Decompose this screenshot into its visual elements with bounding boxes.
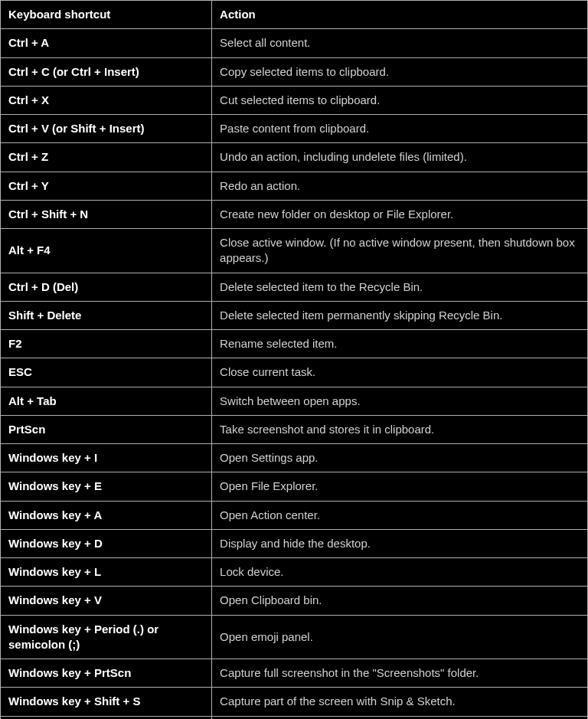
table-row: Ctrl + C (or Ctrl + Insert)Copy selected… <box>1 57 588 86</box>
action-cell: Take screenshot and stores it in clipboa… <box>212 415 588 443</box>
shortcut-cell: Ctrl + V (or Shift + Insert) <box>1 115 212 143</box>
table-row: PrtScnTake screenshot and stores it in c… <box>1 415 588 443</box>
shortcut-cell: Alt + F4 <box>1 229 212 273</box>
table-row: Ctrl + YRedo an action. <box>1 172 588 200</box>
table-row: Windows key + DDisplay and hide the desk… <box>1 529 588 557</box>
action-cell: Delete selected item to the Recycle Bin. <box>212 273 588 301</box>
shortcut-cell: Windows key + Period (.) or semicolon (;… <box>1 615 212 659</box>
table-row: F2Rename selected item. <box>1 330 588 358</box>
table-row: Ctrl + D (Del)Delete selected item to th… <box>1 273 588 301</box>
table-row: Windows key + AOpen Action center. <box>1 501 588 529</box>
action-cell: Close current task. <box>212 358 588 387</box>
action-cell: Cut selected items to clipboard. <box>212 86 588 114</box>
table-row: Shift + DeleteDelete selected item perma… <box>1 301 588 329</box>
shortcut-cell: Ctrl + A <box>1 29 212 57</box>
action-cell: Delete selected item permanently skippin… <box>212 301 588 329</box>
action-cell: Select all content. <box>212 29 588 57</box>
shortcut-cell: Windows key + A <box>1 501 212 529</box>
shortcut-cell: Windows key + L <box>1 558 212 587</box>
table-header-row: Keyboard shortcut Action <box>1 1 588 29</box>
shortcut-cell: Ctrl + X <box>1 86 212 114</box>
shortcut-cell: Windows key + I <box>1 444 212 472</box>
table-row: Ctrl + Shift + NCreate new folder on des… <box>1 200 588 228</box>
shortcut-cell: Ctrl + Shift + N <box>1 200 212 228</box>
action-cell: Open Settings app. <box>212 444 588 472</box>
table-row: Ctrl + XCut selected items to clipboard. <box>1 86 588 114</box>
action-cell: Paste content from clipboard. <box>212 115 588 143</box>
table-row: Windows key + Period (.) or semicolon (;… <box>1 615 588 659</box>
table-row: Windows key + VOpen Clipboard bin. <box>1 587 588 615</box>
shortcut-cell: Ctrl + Z <box>1 143 212 172</box>
action-cell: Lock device. <box>212 558 588 587</box>
shortcut-cell: ESC <box>1 358 212 387</box>
shortcut-cell: Windows key + V <box>1 587 212 615</box>
shortcut-cell: Windows key + Shift + S <box>1 688 212 716</box>
shortcut-cell: F2 <box>1 330 212 358</box>
shortcut-cell: PrtScn <box>1 415 212 443</box>
action-cell: Redo an action. <box>212 172 588 200</box>
action-cell: Capture part of the screen with Snip & S… <box>212 688 588 716</box>
table-row: Windows key + LLock device. <box>1 558 588 587</box>
table-row: Windows key + PrtScnCapture full screens… <box>1 659 588 688</box>
shortcut-cell: Ctrl + Y <box>1 172 212 200</box>
header-action: Action <box>212 1 588 29</box>
table-row: Alt + F4Close active window. (If no acti… <box>1 229 588 273</box>
table-row: Ctrl + V (or Shift + Insert)Paste conten… <box>1 115 588 143</box>
shortcut-cell: Windows key + PrtScn <box>1 659 212 688</box>
table-row: Windows key + Shift + SCapture part of t… <box>1 688 588 716</box>
shortcut-cell: Ctrl + C (or Ctrl + Insert) <box>1 57 212 86</box>
shortcuts-table: Keyboard shortcut Action Ctrl + ASelect … <box>0 0 588 719</box>
table-row: ESCClose current task. <box>1 358 588 387</box>
shortcut-cell: Alt + Tab <box>1 387 212 415</box>
table-row: Alt + TabSwitch between open apps. <box>1 387 588 415</box>
table-row: Ctrl + ZUndo an action, including undele… <box>1 143 588 172</box>
table-row: Windows key + IOpen Settings app. <box>1 444 588 472</box>
shortcut-cell: Ctrl + D (Del) <box>1 273 212 301</box>
action-cell: Switch between open apps. <box>212 387 588 415</box>
action-cell: Display and hide the desktop. <box>212 529 588 557</box>
table-row: Ctrl + ASelect all content. <box>1 29 588 57</box>
action-cell: Copy selected items to clipboard. <box>212 57 588 86</box>
action-cell: Close active window. (If no active windo… <box>212 229 588 273</box>
action-cell: Rename selected item. <box>212 330 588 358</box>
table-row: Windows key + Left arrow keySnap app or … <box>1 716 588 719</box>
action-cell: Undo an action, including undelete files… <box>212 143 588 172</box>
shortcut-cell: Windows key + Left arrow key <box>1 716 212 719</box>
action-cell: Open Action center. <box>212 501 588 529</box>
action-cell: Open emoji panel. <box>212 615 588 659</box>
action-cell: Open File Explorer. <box>212 472 588 501</box>
shortcut-cell: Windows key + D <box>1 529 212 557</box>
action-cell: Snap app or window left. <box>212 716 588 719</box>
shortcut-cell: Windows key + E <box>1 472 212 501</box>
action-cell: Open Clipboard bin. <box>212 587 588 615</box>
shortcut-cell: Shift + Delete <box>1 301 212 329</box>
action-cell: Capture full screenshot in the "Screensh… <box>212 659 588 688</box>
header-shortcut: Keyboard shortcut <box>1 1 212 29</box>
action-cell: Create new folder on desktop or File Exp… <box>212 200 588 228</box>
table-row: Windows key + EOpen File Explorer. <box>1 472 588 501</box>
